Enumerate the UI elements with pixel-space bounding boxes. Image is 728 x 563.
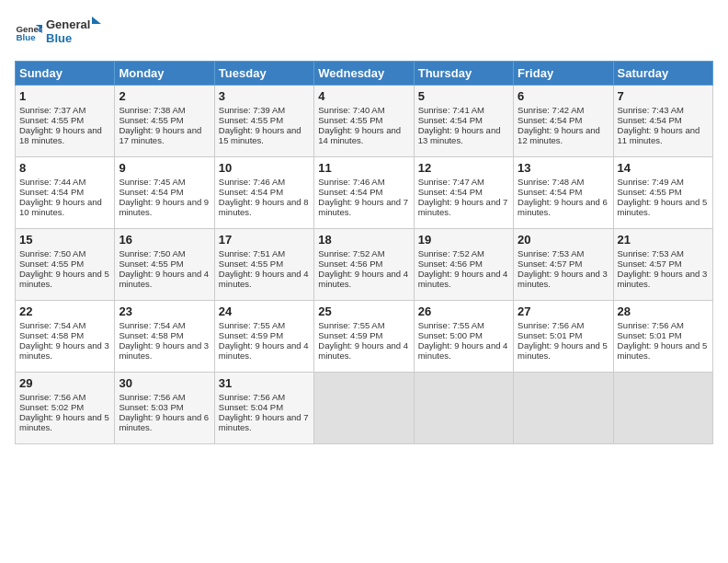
svg-text:Blue: Blue	[17, 32, 37, 42]
empty-cell	[514, 373, 613, 444]
daylight-label: Daylight: 9 hours and 3 minutes.	[19, 340, 109, 361]
svg-marker-6	[92, 17, 101, 24]
day-cell-1: 1Sunrise: 7:37 AMSunset: 4:55 PMDaylight…	[16, 86, 115, 157]
sunrise-label: Sunrise: 7:40 AM	[318, 105, 384, 115]
day-cell-5: 5Sunrise: 7:41 AMSunset: 4:54 PMDaylight…	[414, 86, 513, 157]
day-cell-15: 15Sunrise: 7:50 AMSunset: 4:55 PMDayligh…	[16, 229, 115, 301]
sunset-label: Sunset: 5:01 PM	[518, 330, 582, 340]
empty-cell	[414, 373, 513, 444]
day-number: 22	[19, 304, 110, 318]
sunset-label: Sunset: 4:54 PM	[318, 187, 382, 197]
sunrise-label: Sunrise: 7:50 AM	[119, 248, 185, 259]
sunset-label: Sunset: 4:54 PM	[518, 115, 582, 125]
day-cell-20: 20Sunrise: 7:53 AMSunset: 4:57 PMDayligh…	[514, 229, 613, 301]
sunrise-label: Sunrise: 7:55 AM	[219, 320, 285, 330]
daylight-label: Daylight: 9 hours and 4 minutes.	[318, 269, 408, 289]
sunset-label: Sunset: 5:00 PM	[418, 330, 483, 340]
day-cell-19: 19Sunrise: 7:52 AMSunset: 4:56 PMDayligh…	[414, 229, 513, 301]
day-number: 19	[418, 233, 509, 247]
calendar-week-4: 22Sunrise: 7:54 AMSunset: 4:58 PMDayligh…	[16, 301, 713, 373]
logo-svg: General Blue	[46, 15, 101, 48]
day-number: 27	[518, 304, 609, 318]
day-number: 23	[119, 304, 210, 318]
daylight-label: Daylight: 9 hours and 10 minutes.	[19, 197, 102, 217]
daylight-label: Daylight: 9 hours and 5 minutes.	[19, 412, 109, 432]
daylight-label: Daylight: 9 hours and 4 minutes.	[219, 340, 309, 361]
svg-text:General: General	[46, 17, 90, 31]
sunset-label: Sunset: 4:54 PM	[418, 115, 483, 125]
sunrise-label: Sunrise: 7:49 AM	[618, 177, 684, 187]
sunset-label: Sunset: 4:55 PM	[618, 187, 682, 197]
day-number: 7	[618, 89, 709, 103]
day-cell-18: 18Sunrise: 7:52 AMSunset: 4:56 PMDayligh…	[314, 229, 414, 301]
sunrise-label: Sunrise: 7:37 AM	[19, 105, 85, 115]
calendar-body: 1Sunrise: 7:37 AMSunset: 4:55 PMDaylight…	[16, 86, 713, 444]
daylight-label: Daylight: 9 hours and 9 minutes.	[119, 197, 209, 217]
calendar-week-1: 1Sunrise: 7:37 AMSunset: 4:55 PMDaylight…	[16, 86, 713, 157]
sunrise-label: Sunrise: 7:53 AM	[518, 248, 584, 259]
sunset-label: Sunset: 4:55 PM	[318, 115, 382, 125]
daylight-label: Daylight: 9 hours and 7 minutes.	[219, 412, 309, 432]
sunrise-label: Sunrise: 7:56 AM	[518, 320, 584, 330]
day-number: 5	[418, 89, 509, 103]
daylight-label: Daylight: 9 hours and 4 minutes.	[418, 269, 508, 289]
sunset-label: Sunset: 4:59 PM	[219, 330, 283, 340]
sunset-label: Sunset: 5:02 PM	[19, 402, 84, 412]
daylight-label: Daylight: 9 hours and 5 minutes.	[618, 340, 708, 361]
sunset-label: Sunset: 4:56 PM	[318, 259, 382, 269]
header-friday: Friday	[514, 62, 613, 86]
day-number: 21	[618, 233, 709, 247]
svg-text:Blue: Blue	[46, 31, 72, 45]
day-number: 8	[19, 161, 110, 175]
sunset-label: Sunset: 4:55 PM	[119, 259, 183, 269]
sunset-label: Sunset: 4:54 PM	[219, 187, 283, 197]
calendar-week-2: 8Sunrise: 7:44 AMSunset: 4:54 PMDaylight…	[16, 157, 713, 229]
header-sunday: Sunday	[16, 62, 115, 86]
day-number: 10	[219, 161, 310, 175]
day-cell-9: 9Sunrise: 7:45 AMSunset: 4:54 PMDaylight…	[115, 157, 214, 229]
daylight-label: Daylight: 9 hours and 4 minutes.	[418, 340, 508, 361]
daylight-label: Daylight: 9 hours and 5 minutes.	[518, 340, 608, 361]
sunrise-label: Sunrise: 7:56 AM	[119, 392, 185, 402]
day-cell-13: 13Sunrise: 7:48 AMSunset: 4:54 PMDayligh…	[514, 157, 613, 229]
sunrise-label: Sunrise: 7:56 AM	[19, 392, 85, 402]
daylight-label: Daylight: 9 hours and 6 minutes.	[119, 412, 209, 432]
day-number: 13	[518, 161, 609, 175]
day-cell-6: 6Sunrise: 7:42 AMSunset: 4:54 PMDaylight…	[514, 86, 613, 157]
sunset-label: Sunset: 4:56 PM	[418, 259, 483, 269]
daylight-label: Daylight: 9 hours and 4 minutes.	[119, 269, 209, 289]
day-cell-16: 16Sunrise: 7:50 AMSunset: 4:55 PMDayligh…	[115, 229, 214, 301]
day-cell-22: 22Sunrise: 7:54 AMSunset: 4:58 PMDayligh…	[16, 301, 115, 373]
sunrise-label: Sunrise: 7:44 AM	[19, 177, 85, 187]
sunrise-label: Sunrise: 7:56 AM	[219, 392, 285, 402]
sunrise-label: Sunrise: 7:41 AM	[418, 105, 484, 115]
daylight-label: Daylight: 9 hours and 5 minutes.	[618, 197, 708, 217]
day-cell-11: 11Sunrise: 7:46 AMSunset: 4:54 PMDayligh…	[314, 157, 414, 229]
daylight-label: Daylight: 9 hours and 11 minutes.	[618, 125, 700, 145]
sunset-label: Sunset: 5:04 PM	[219, 402, 283, 412]
day-number: 16	[119, 233, 210, 247]
sunrise-label: Sunrise: 7:54 AM	[119, 320, 185, 330]
daylight-label: Daylight: 9 hours and 14 minutes.	[318, 125, 401, 145]
day-number: 20	[518, 233, 609, 247]
sunrise-label: Sunrise: 7:38 AM	[119, 105, 185, 115]
sunrise-label: Sunrise: 7:48 AM	[518, 177, 584, 187]
day-number: 15	[19, 233, 110, 247]
header-wednesday: Wednesday	[314, 62, 414, 86]
day-number: 24	[219, 304, 310, 318]
weekday-header-row: Sunday Monday Tuesday Wednesday Thursday…	[16, 62, 713, 86]
sunrise-label: Sunrise: 7:52 AM	[418, 248, 484, 259]
day-number: 17	[219, 233, 310, 247]
sunset-label: Sunset: 4:54 PM	[19, 187, 84, 197]
day-number: 4	[318, 89, 409, 103]
sunrise-label: Sunrise: 7:52 AM	[318, 248, 384, 259]
day-cell-14: 14Sunrise: 7:49 AMSunset: 4:55 PMDayligh…	[613, 157, 712, 229]
daylight-label: Daylight: 9 hours and 5 minutes.	[19, 269, 109, 289]
sunset-label: Sunset: 4:54 PM	[618, 115, 682, 125]
sunset-label: Sunset: 4:55 PM	[19, 259, 84, 269]
day-number: 30	[119, 376, 210, 390]
daylight-label: Daylight: 9 hours and 7 minutes.	[418, 197, 508, 217]
day-cell-10: 10Sunrise: 7:46 AMSunset: 4:54 PMDayligh…	[214, 157, 313, 229]
logo: General Blue General Blue	[15, 15, 101, 52]
day-cell-2: 2Sunrise: 7:38 AMSunset: 4:55 PMDaylight…	[115, 86, 214, 157]
